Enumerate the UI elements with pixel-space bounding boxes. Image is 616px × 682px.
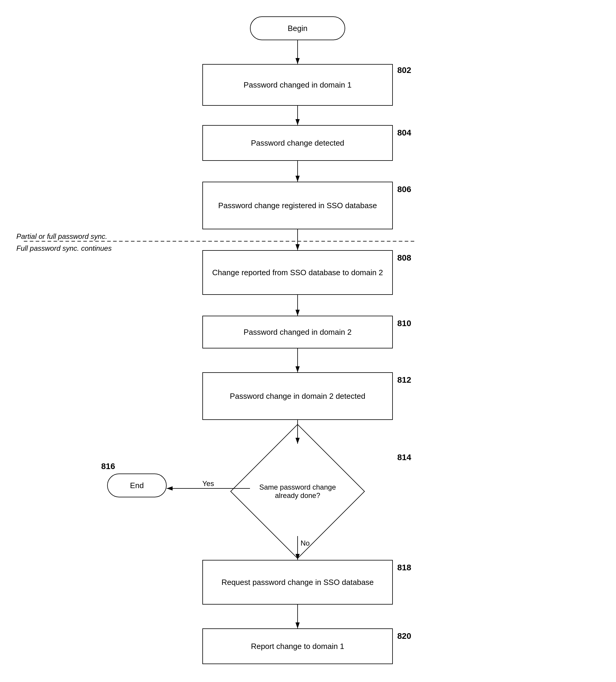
yes-label: Yes bbox=[203, 479, 214, 488]
full-sync-label: Full password sync. continues bbox=[16, 244, 112, 253]
step-804-number: 804 bbox=[397, 128, 411, 138]
step-816-label: End bbox=[130, 481, 144, 490]
step-802-shape: Password changed in domain 1 bbox=[203, 64, 393, 106]
diagram-container: Begin Password changed in domain 1 802 P… bbox=[0, 0, 616, 682]
step-804-label: Password change detected bbox=[251, 138, 344, 148]
no-label: No bbox=[301, 539, 310, 547]
begin-label: Begin bbox=[288, 24, 308, 33]
step-812-shape: Password change in domain 2 detected bbox=[203, 372, 393, 420]
step-814-text: Same password change already done? bbox=[250, 444, 345, 539]
step-804-shape: Password change detected bbox=[203, 125, 393, 161]
step-814-number: 814 bbox=[397, 453, 411, 462]
step-820-number: 820 bbox=[397, 631, 411, 641]
step-806-shape: Password change registered in SSO databa… bbox=[203, 182, 393, 229]
step-812-label: Password change in domain 2 detected bbox=[230, 392, 365, 401]
step-820-label: Report change to domain 1 bbox=[251, 642, 344, 651]
step-806-label: Password change registered in SSO databa… bbox=[218, 201, 377, 210]
begin-shape: Begin bbox=[250, 16, 345, 40]
step-818-label: Request password change in SSO database bbox=[221, 578, 374, 587]
step-808-label: Change reported from SSO database to dom… bbox=[212, 268, 383, 277]
step-816-number: 816 bbox=[101, 462, 115, 471]
step-816-shape: End bbox=[107, 474, 167, 497]
step-810-label: Password changed in domain 2 bbox=[244, 327, 352, 337]
step-818-number: 818 bbox=[397, 563, 411, 572]
step-808-shape: Change reported from SSO database to dom… bbox=[203, 250, 393, 295]
step-818-shape: Request password change in SSO database bbox=[203, 560, 393, 605]
step-812-number: 812 bbox=[397, 375, 411, 385]
step-820-shape: Report change to domain 1 bbox=[203, 629, 393, 664]
step-802-label: Password changed in domain 1 bbox=[244, 81, 352, 90]
partial-sync-label: Partial or full password sync. bbox=[16, 232, 107, 241]
step-802-number: 802 bbox=[397, 66, 411, 75]
step-810-number: 810 bbox=[397, 319, 411, 328]
step-810-shape: Password changed in domain 2 bbox=[203, 316, 393, 348]
step-806-number: 806 bbox=[397, 185, 411, 194]
step-808-number: 808 bbox=[397, 253, 411, 263]
